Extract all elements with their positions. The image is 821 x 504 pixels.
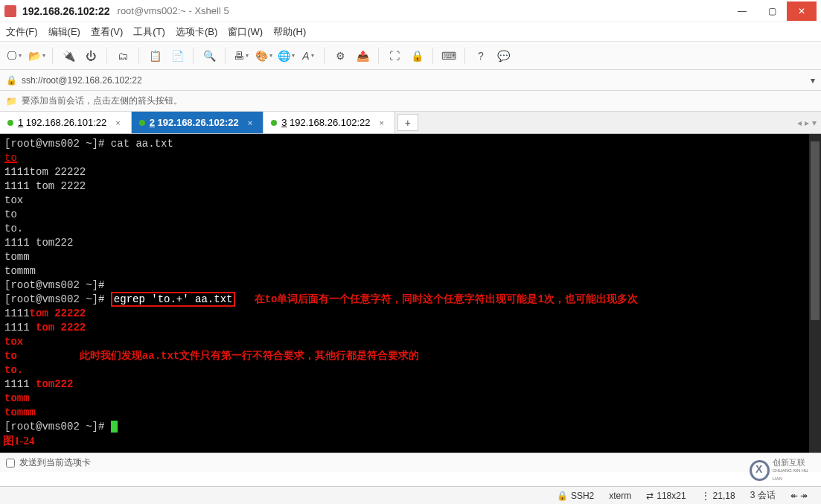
disconnect-icon[interactable]: ⏻	[81, 46, 100, 66]
copy-icon[interactable]: 📋	[145, 46, 164, 66]
menu-tools[interactable]: 工具(T)	[133, 25, 165, 39]
app-icon	[4, 5, 16, 17]
status-bar: 🔒 SSH2 xterm ⇄ 118x21 ⋮ 21,18 3 会话 ↞ ↠	[0, 486, 821, 504]
tab-session-2[interactable]: 2 192.168.26.102:22 ×	[132, 112, 263, 133]
lock-small-icon: 🔒	[6, 75, 17, 86]
menu-view[interactable]: 查看(V)	[91, 25, 123, 39]
tab-nav: ◂ ▸ ▾	[793, 112, 821, 133]
reconnect-icon[interactable]: 🔌	[59, 46, 78, 66]
menubar: 文件(F) 编辑(E) 查看(V) 工具(T) 选项卡(B) 窗口(W) 帮助(…	[0, 22, 821, 42]
globe-icon[interactable]: 🌐	[276, 46, 296, 66]
fullscreen-icon[interactable]: ⛶	[385, 46, 404, 66]
color-icon[interactable]: 🎨	[254, 46, 273, 66]
toolbar: 🖵 📂 🔌 ⏻ 🗂 📋 📄 🔍 🖶 🎨 🌐 A ⚙ 📤 ⛶ 🔒 ⌨ ? 💬	[0, 42, 821, 70]
footer-label: 发送到当前选项卡	[19, 456, 91, 469]
script-icon[interactable]: ⚙	[330, 46, 350, 66]
window-title-main: 192.168.26.102:22	[22, 5, 110, 17]
window-controls: — ▢ ✕	[727, 1, 817, 21]
status-arrows[interactable]: ↞ ↠	[790, 491, 808, 501]
bookmark-icon[interactable]: 📁	[6, 96, 17, 106]
new-tab-button[interactable]: +	[397, 114, 418, 131]
titlebar: 192.168.26.102:22 root@vms002:~ - Xshell…	[0, 0, 821, 22]
menu-window[interactable]: 窗口(W)	[228, 25, 263, 39]
status-dot-icon	[139, 120, 145, 126]
tab-close-icon[interactable]: ×	[379, 118, 383, 127]
status-pos: ⋮ 21,18	[701, 491, 735, 501]
send-checkbox[interactable]	[6, 459, 15, 468]
tab-close-icon[interactable]: ×	[115, 118, 120, 127]
tab-close-icon[interactable]: ×	[248, 118, 252, 127]
figure-label: 图1-24	[3, 434, 35, 448]
search-icon[interactable]: 🔍	[199, 46, 219, 66]
hint-bar: 📁 要添加当前会话，点击左侧的箭头按钮。	[0, 91, 821, 112]
address-input[interactable]	[22, 75, 806, 86]
lock-icon[interactable]: 🔒	[407, 46, 427, 66]
minimize-button[interactable]: —	[727, 1, 757, 21]
tab-list-icon[interactable]: ▾	[812, 118, 817, 128]
tab-next-icon[interactable]: ▸	[805, 118, 809, 128]
help-icon[interactable]: ?	[471, 46, 491, 66]
tab-prev-icon[interactable]: ◂	[797, 118, 802, 128]
print-icon[interactable]: 🖶	[231, 46, 251, 66]
chat-icon[interactable]: 💬	[493, 46, 513, 66]
tab-session-1[interactable]: 1 192.168.26.101:22 ×	[0, 112, 132, 133]
terminal[interactable]: [root@vms002 ~]# cat aa.txt to 1111tom 2…	[0, 134, 821, 453]
watermark-logo: 创新互联 CHUANG XIN HU LIAN	[750, 458, 817, 483]
status-term: xterm	[609, 491, 631, 501]
address-dropdown-icon[interactable]: ▾	[811, 75, 815, 86]
menu-tabs[interactable]: 选项卡(B)	[176, 25, 217, 39]
menu-edit[interactable]: 编辑(E)	[48, 25, 80, 39]
status-dot-icon	[7, 120, 13, 126]
hint-text: 要添加当前会话，点击左侧的箭头按钮。	[22, 95, 182, 107]
status-sessions: 3 会话	[750, 489, 776, 502]
font-icon[interactable]: A	[298, 46, 318, 66]
new-session-icon[interactable]: 🖵	[4, 46, 24, 66]
menu-help[interactable]: 帮助(H)	[273, 25, 306, 39]
logo-ring-icon	[750, 460, 770, 481]
close-button[interactable]: ✕	[787, 1, 817, 21]
status-ssh: 🔒 SSH2	[557, 491, 594, 501]
scrollbar[interactable]	[809, 134, 821, 453]
menu-file[interactable]: 文件(F)	[6, 25, 38, 39]
scrollbar-thumb[interactable]	[811, 141, 820, 320]
properties-icon[interactable]: 🗂	[113, 46, 132, 66]
transfer-icon[interactable]: 📤	[353, 46, 372, 66]
footer-bar: 发送到当前选项卡	[0, 453, 821, 472]
tab-session-3[interactable]: 3 192.168.26.102:22 ×	[263, 112, 395, 133]
address-bar: 🔒 ▾	[0, 70, 821, 91]
keyboard-icon[interactable]: ⌨	[439, 46, 459, 66]
window-title-sub: root@vms002:~ - Xshell 5	[118, 5, 229, 16]
cursor	[111, 421, 118, 433]
tabs-bar: 1 192.168.26.101:22 × 2 192.168.26.102:2…	[0, 112, 821, 134]
status-dot-icon	[271, 120, 277, 126]
maximize-button[interactable]: ▢	[757, 1, 787, 21]
status-size: ⇄ 118x21	[646, 491, 686, 501]
open-session-icon[interactable]: 📂	[27, 46, 46, 66]
paste-icon[interactable]: 📄	[167, 46, 187, 66]
